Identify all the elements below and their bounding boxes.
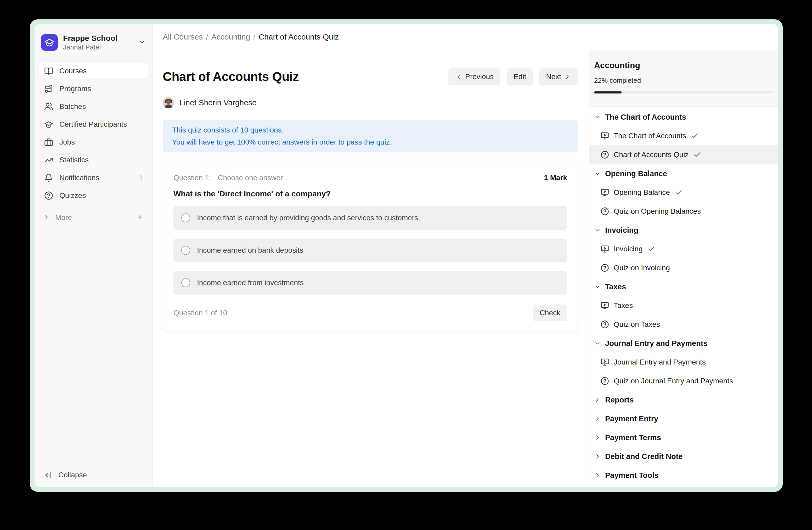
course-progress-fill: [594, 92, 622, 94]
outline-quiz-opening-balances[interactable]: Quiz on Opening Balances: [589, 202, 778, 221]
graduation-cap-icon: [44, 37, 55, 48]
outline-section-reports[interactable]: Reports: [589, 390, 778, 409]
outline-lesson-invoicing[interactable]: Invoicing: [589, 240, 778, 259]
outline-lesson-the-chart-of-accounts[interactable]: The Chart of Accounts: [589, 126, 778, 145]
breadcrumb-all-courses[interactable]: All Courses: [163, 32, 203, 41]
chevron-right-icon: [594, 453, 601, 460]
breadcrumb-separator: /: [206, 32, 208, 41]
course-outline-header: Accounting 22% completed: [589, 50, 778, 107]
breadcrumb-accounting[interactable]: Accounting: [212, 32, 250, 41]
outline-lesson-journal-entry-and-payments[interactable]: Journal Entry and Payments: [589, 353, 778, 372]
banner-line-1: This quiz consists of 10 questions.: [172, 124, 568, 136]
chevron-down-icon: [594, 114, 601, 121]
question-number-label: Question 1:: [173, 173, 211, 182]
chevron-right-icon: [594, 472, 601, 479]
app-window: Frappe School Jannat Patel Courses Progr…: [30, 19, 783, 492]
creator-name: Linet Sherin Varghese: [179, 98, 257, 107]
sidebar-item-label: Jobs: [59, 138, 75, 147]
outline-section-debit-and-credit-note[interactable]: Debit and Credit Note: [589, 447, 778, 466]
course-progress-bar: [594, 92, 773, 94]
briefcase-icon: [44, 138, 53, 147]
answer-option-2[interactable]: Income earned on bank deposits: [173, 239, 567, 262]
outline-quiz-chart-of-accounts-quiz[interactable]: Chart of Accounts Quiz: [589, 145, 778, 164]
outline-section-opening-balance[interactable]: Opening Balance: [589, 164, 778, 183]
question-marks: 1 Mark: [544, 173, 567, 182]
outline-section-chart-of-accounts[interactable]: The Chart of Accounts: [589, 108, 778, 126]
outline-lesson-opening-balance[interactable]: Opening Balance: [589, 183, 778, 202]
breadcrumb-current: Chart of Accounts Quiz: [259, 32, 339, 41]
quiz-icon: [600, 207, 609, 215]
sidebar-item-courses[interactable]: Courses: [39, 64, 149, 79]
lesson-icon: [600, 188, 609, 197]
sidebar-item-batches[interactable]: Batches: [39, 99, 149, 114]
previous-button[interactable]: Previous: [448, 68, 501, 85]
collapse-sidebar-button[interactable]: Collapse: [39, 471, 149, 479]
check-icon: [693, 151, 701, 159]
sidebar-item-programs[interactable]: Programs: [39, 81, 149, 96]
sidebar-item-jobs[interactable]: Jobs: [39, 135, 149, 150]
users-icon: [44, 102, 53, 111]
sidebar-item-label: Notifications: [59, 173, 99, 182]
sidebar-more[interactable]: More: [39, 210, 149, 225]
radio-icon[interactable]: [181, 278, 190, 287]
workspace: All Courses / Accounting / Chart of Acco…: [153, 24, 778, 487]
lesson-icon: [600, 245, 609, 253]
lesson-icon: [600, 302, 609, 310]
course-progress-label: 22% completed: [594, 76, 773, 85]
brand-title: Frappe School: [63, 33, 133, 43]
chevron-down-icon: [594, 170, 601, 177]
route-icon: [44, 84, 53, 93]
outline-section-payment-tools[interactable]: Payment Tools: [589, 466, 778, 485]
next-button[interactable]: Next: [539, 68, 578, 85]
question-text: What is the 'Direct Income' of a company…: [173, 189, 567, 198]
workspace-switcher[interactable]: Frappe School Jannat Patel: [39, 33, 149, 51]
sidebar-item-notifications[interactable]: Notifications 1: [39, 170, 149, 185]
brand-user: Jannat Patel: [63, 43, 133, 51]
question-instruction: Choose one answer: [218, 173, 283, 182]
left-sidebar: Frappe School Jannat Patel Courses Progr…: [34, 24, 153, 487]
plus-icon[interactable]: [136, 213, 144, 222]
chevron-right-icon: [594, 396, 601, 403]
graduation-cap-icon: [44, 120, 53, 129]
chevron-down-icon[interactable]: [138, 38, 146, 47]
radio-icon[interactable]: [181, 213, 190, 222]
sidebar-item-label: Programs: [59, 85, 91, 93]
answer-option-3[interactable]: Income earned from investments: [173, 271, 567, 295]
lesson-icon: [600, 132, 609, 140]
quiz-icon: [600, 320, 609, 329]
sidebar-item-label: Quizzes: [59, 192, 86, 200]
outline-quiz-journal-entry-and-payments[interactable]: Quiz on Journal Entry and Payments: [589, 372, 778, 390]
outline-quiz-invoicing[interactable]: Quiz on Invoicing: [589, 259, 778, 277]
sidebar-item-label: Certified Participants: [59, 120, 127, 128]
outline-section-taxes[interactable]: Taxes: [589, 277, 778, 296]
sidebar-item-certified-participants[interactable]: Certified Participants: [39, 117, 149, 132]
check-icon: [648, 245, 655, 253]
chevron-right-icon: [594, 415, 601, 422]
answer-option-1[interactable]: Income that is earned by providing goods…: [173, 206, 567, 229]
question-card: Question 1: Choose one answer 1 Mark Wha…: [163, 163, 578, 331]
outline-section-journal-entry-and-payments[interactable]: Journal Entry and Payments: [589, 334, 778, 353]
frappe-school-app: Frappe School Jannat Patel Courses Progr…: [34, 24, 778, 487]
frappe-school-logo: [41, 34, 58, 51]
creator-row: Linet Sherin Varghese: [163, 97, 578, 108]
outline-lesson-taxes[interactable]: Taxes: [589, 296, 778, 315]
bell-icon: [44, 173, 53, 182]
outline-section-payment-terms[interactable]: Payment Terms: [589, 428, 778, 447]
sidebar-item-statistics[interactable]: Statistics: [39, 152, 149, 168]
outline-section-payment-entry[interactable]: Payment Entry: [589, 409, 778, 428]
collapse-label: Collapse: [58, 471, 87, 479]
check-button[interactable]: Check: [533, 305, 567, 321]
outline-section-invoicing[interactable]: Invoicing: [589, 221, 778, 240]
chevron-right-icon: [594, 434, 601, 441]
question-progress: Question 1 of 10: [173, 309, 227, 317]
check-icon: [675, 189, 682, 196]
course-title: Accounting: [594, 60, 773, 70]
chevron-down-icon: [594, 340, 601, 347]
book-open-icon: [44, 67, 53, 75]
course-outline-panel: Accounting 22% completed The Chart of Ac…: [589, 50, 778, 487]
sidebar-item-quizzes[interactable]: Quizzes: [39, 188, 149, 203]
outline-quiz-taxes[interactable]: Quiz on Taxes: [589, 315, 778, 334]
quiz-main-panel: Chart of Accounts Quiz Previous Edit Nex…: [153, 50, 589, 487]
radio-icon[interactable]: [181, 246, 190, 255]
edit-button[interactable]: Edit: [507, 68, 533, 85]
